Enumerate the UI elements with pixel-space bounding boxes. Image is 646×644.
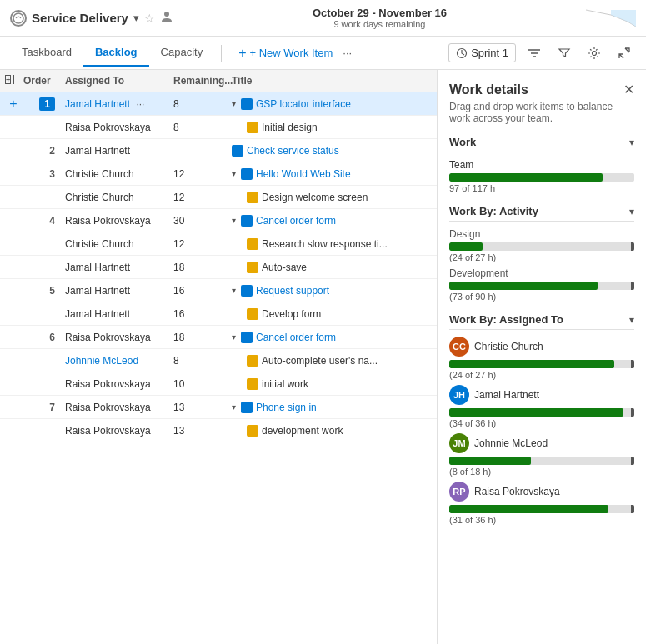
work-item-icon — [241, 332, 253, 343]
work-item-title-text[interactable]: Phone sign in — [256, 402, 317, 413]
chevron-icon[interactable]: ▾ — [232, 332, 236, 342]
work-item-title-text[interactable]: initial work — [262, 378, 308, 390]
new-work-item-button[interactable]: + + New Work Item — [232, 42, 339, 64]
table-row: Christie Church 12 Design welcome screen — [0, 186, 437, 209]
work-item-icon — [241, 402, 253, 413]
work-item-title-text[interactable]: Cancel order form — [256, 332, 336, 343]
work-item-title-text[interactable]: Initial design — [262, 122, 318, 133]
star-icon[interactable]: ☆ — [144, 12, 155, 25]
section-title: Work By: Activity — [449, 205, 538, 217]
row-title: ▾ GSP locator interface — [227, 96, 437, 112]
chevron-icon[interactable]: ▾ — [232, 99, 236, 108]
work-item-title-text[interactable]: GSP locator interface — [256, 98, 351, 110]
section-title: Work — [449, 136, 476, 148]
svg-marker-2 — [611, 10, 636, 27]
tab-capacity[interactable]: Capacity — [149, 39, 215, 67]
work-item-title-text[interactable]: Develop form — [262, 308, 321, 320]
row-title: Auto-complete user's na... — [227, 352, 437, 369]
row-remaining — [168, 148, 227, 153]
main-layout: + Order Assigned To Remaining... Title +… — [0, 70, 646, 644]
table-row: Raisa Pokrovskaya 10 initial work — [0, 372, 437, 396]
col-add: + — [0, 73, 18, 88]
work-item-title-text[interactable]: Request support — [256, 285, 329, 297]
work-item-title-text[interactable]: Cancel order form — [256, 215, 336, 227]
chevron-icon[interactable]: ▾ — [232, 169, 236, 178]
col-assigned-header: Assigned To — [60, 73, 168, 88]
work-item-icon — [241, 98, 253, 110]
work-item-title-text[interactable]: Hello World Web Site — [256, 168, 351, 180]
work-item-title-text[interactable]: Auto-complete user's na... — [262, 355, 378, 367]
chevron-down-icon[interactable]: ▾ — [133, 12, 139, 24]
activity-label: Development — [449, 267, 634, 279]
avatar: RP — [449, 482, 469, 502]
col-collapse-icon[interactable] — [13, 75, 14, 84]
project-icon — [10, 10, 27, 27]
row-person: Jamal Hartnett — [60, 142, 168, 159]
work-item-icon — [241, 285, 253, 297]
col-remaining-header: Remaining... — [168, 73, 227, 88]
row-remaining: 12 — [168, 166, 227, 182]
row-person: Raisa Pokrovskaya — [60, 119, 168, 136]
row-more-btn[interactable]: ··· — [136, 98, 144, 110]
col-title-header: Title — [227, 73, 437, 88]
section-chevron-icon[interactable]: ▾ — [629, 137, 634, 148]
close-button[interactable]: ✕ — [623, 82, 634, 97]
work-item-title-text[interactable]: Check service status — [247, 145, 339, 157]
work-item-icon — [247, 378, 258, 390]
filter-settings-button[interactable] — [523, 42, 546, 65]
row-order — [18, 358, 60, 363]
expand-button[interactable] — [613, 42, 636, 65]
work-item-title-text[interactable]: Research slow response ti... — [262, 238, 388, 250]
row-title: ▾ Phone sign in — [227, 399, 437, 416]
more-actions-button[interactable]: ··· — [343, 47, 352, 59]
project-info: Service Delivery ▾ ☆ — [10, 10, 173, 27]
project-name: Service Delivery — [32, 11, 128, 25]
chevron-icon[interactable]: ▾ — [232, 286, 236, 295]
section-chevron-icon[interactable]: ▾ — [629, 314, 634, 326]
row-order — [18, 125, 60, 130]
nav-actions: + + New Work Item ··· — [232, 42, 352, 64]
row-remaining: 8 — [168, 352, 227, 369]
row-add-btn[interactable]: + — [0, 93, 18, 115]
work-item-title-text[interactable]: development work — [262, 425, 343, 437]
tab-taskboard[interactable]: Taskboard — [10, 39, 83, 67]
design-bar-track — [449, 242, 634, 251]
person-row: JM Johnnie McLeod — [449, 433, 634, 453]
sprint-icon — [456, 47, 468, 59]
person-bar-track — [449, 408, 634, 417]
table-header: + Order Assigned To Remaining... Title — [0, 70, 437, 92]
person-bar-track — [449, 457, 634, 465]
backlog-panel: + Order Assigned To Remaining... Title +… — [0, 70, 438, 644]
table-row: 2 Jamal Hartnett Check service status — [0, 139, 437, 162]
design-count: (24 of 27 h) — [449, 252, 634, 262]
row-remaining: 12 — [168, 189, 227, 206]
row-title: initial work — [227, 376, 437, 392]
dev-bar-track — [449, 282, 634, 290]
filter-button[interactable] — [553, 42, 576, 65]
section-header: Work ▾ — [449, 136, 634, 152]
section-chevron-icon[interactable]: ▾ — [629, 206, 634, 217]
settings-button[interactable] — [583, 42, 606, 65]
person-icon[interactable] — [160, 10, 173, 26]
nav-separator — [221, 45, 222, 62]
row-remaining: 13 — [168, 399, 227, 416]
row-person: Jamal Hartnett — [60, 282, 168, 299]
row-title: development work — [227, 422, 437, 439]
person-row: JH Jamal Hartnett — [449, 385, 634, 405]
work-item-icon — [232, 145, 243, 157]
person-name: Jamal Hartnett — [474, 389, 539, 401]
work-item-title-text[interactable]: Design welcome screen — [262, 192, 368, 203]
chevron-icon[interactable]: ▾ — [232, 402, 236, 412]
avatar: CC — [449, 337, 469, 357]
work-item-title-text[interactable]: Auto-save — [262, 262, 307, 273]
col-expand-icon[interactable]: + — [5, 75, 11, 84]
chevron-icon[interactable]: ▾ — [232, 216, 236, 225]
tab-backlog[interactable]: Backlog — [83, 39, 149, 67]
section-title: Work By: Assigned To — [449, 313, 563, 326]
sprint-selector[interactable]: Sprint 1 — [448, 43, 516, 62]
work-details-panel: Work details ✕ Drag and drop work items … — [438, 70, 646, 644]
row-order — [18, 382, 60, 387]
row-order: 5 — [18, 282, 60, 299]
sprint-days: 9 work days remaining — [333, 19, 425, 29]
work-item-icon — [247, 308, 258, 320]
